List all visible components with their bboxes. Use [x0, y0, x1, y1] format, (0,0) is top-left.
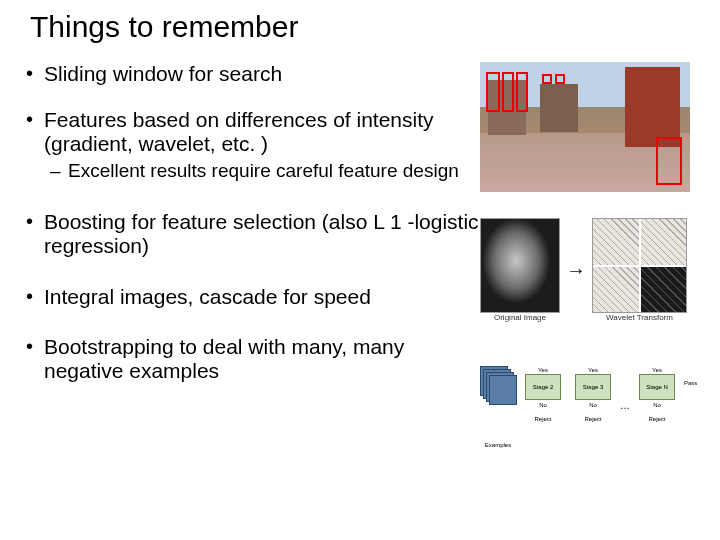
sub-bullet-text: Excellent results require careful featur… — [68, 160, 459, 181]
slide-body: Sliding window for search Features based… — [0, 44, 720, 436]
slide-title: Things to remember — [0, 0, 720, 44]
detection-box-icon — [542, 74, 552, 84]
detection-box-icon — [486, 72, 500, 112]
bullet-column: Sliding window for search Features based… — [20, 62, 480, 436]
ellipsis-icon: … — [620, 400, 630, 411]
figure-column: Original Image → Wavelet Transform Examp… — [480, 62, 710, 436]
bullet-text: Sliding window for search — [44, 62, 282, 85]
sub-bullet-item: Excellent results require careful featur… — [44, 160, 480, 182]
reject-label: Reject — [648, 416, 665, 422]
no-label: No — [653, 402, 661, 408]
wavelet-figure: Original Image → Wavelet Transform — [480, 210, 705, 330]
wavelet-grid-icon — [592, 218, 687, 313]
bullet-item: Sliding window for search — [20, 62, 480, 86]
yes-label: Yes — [652, 367, 662, 373]
bullet-item: Boosting for feature selection (also L 1… — [20, 210, 480, 258]
bullet-item: Integral images, cascade for speed — [20, 285, 480, 309]
bullet-text: Bootstrapping to deal with many, many ne… — [44, 335, 404, 382]
no-label: No — [589, 402, 597, 408]
yes-label: Yes — [538, 367, 548, 373]
bullet-item: Bootstrapping to deal with many, many ne… — [20, 335, 480, 383]
cascade-stage: Stage 3 — [575, 374, 611, 400]
examples-label: Examples — [480, 442, 516, 448]
yes-label: Yes — [588, 367, 598, 373]
cascade-stage: Stage 2 — [525, 374, 561, 400]
cascade-stage: Stage N — [639, 374, 675, 400]
reject-label: Reject — [584, 416, 601, 422]
sliding-window-figure — [480, 62, 690, 192]
no-label: No — [539, 402, 547, 408]
figure-caption: Wavelet Transform — [606, 313, 673, 322]
bullet-item: Features based on differences of intensi… — [20, 108, 480, 182]
pass-label: Pass — [684, 380, 697, 386]
detection-box-icon — [656, 137, 682, 185]
reject-label: Reject — [534, 416, 551, 422]
figure-caption: Original Image — [494, 313, 546, 322]
arrow-right-icon: → — [566, 259, 586, 282]
bullet-text: Boosting for feature selection (also L 1… — [44, 210, 479, 257]
original-image-icon — [480, 218, 560, 313]
detection-box-icon — [516, 72, 528, 112]
detection-box-icon — [555, 74, 565, 84]
example-stack-icon — [480, 366, 516, 402]
detection-box-icon — [502, 72, 514, 112]
cascade-figure: Examples Yes Stage 2 No Reject Yes Stage… — [480, 366, 710, 436]
bullet-text: Integral images, cascade for speed — [44, 285, 371, 308]
bullet-text: Features based on differences of intensi… — [44, 108, 434, 155]
